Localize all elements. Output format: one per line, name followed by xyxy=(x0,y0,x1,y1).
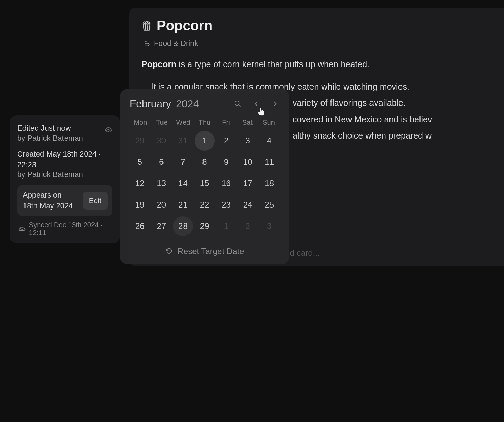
day-cell[interactable]: 5 xyxy=(130,152,150,172)
title-row: Popcorn xyxy=(141,18,492,33)
reset-label: Reset Target Date xyxy=(178,247,244,256)
day-cell[interactable]: 14 xyxy=(173,173,193,193)
appears-label: Appears on xyxy=(23,190,73,201)
picker-year[interactable]: 2024 xyxy=(176,98,233,110)
day-cell[interactable]: 18 xyxy=(259,173,279,193)
synced-row: Synced Dec 13th 2024 · 12:11 xyxy=(17,221,112,237)
reset-icon xyxy=(165,248,173,255)
category-row[interactable]: Food & Drink xyxy=(141,39,492,48)
reset-target-date-button[interactable]: Reset Target Date xyxy=(130,242,279,258)
day-cell[interactable]: 19 xyxy=(130,195,150,215)
day-cell[interactable]: 26 xyxy=(130,216,150,236)
day-cell[interactable]: 28 xyxy=(173,216,193,236)
svg-point-1 xyxy=(146,21,148,23)
day-cell[interactable]: 15 xyxy=(195,173,215,193)
svg-point-2 xyxy=(148,22,150,23)
cloud-check-icon xyxy=(19,225,26,233)
day-cell[interactable]: 17 xyxy=(238,173,258,193)
day-cell[interactable]: 2 xyxy=(238,216,258,236)
day-cell[interactable]: 10 xyxy=(238,152,258,172)
dow-label: Thu xyxy=(194,117,215,129)
metadata-card: Edited Just now by Patrick Bateman Creat… xyxy=(10,115,120,243)
dow-label: Sat xyxy=(237,117,258,129)
day-cell[interactable]: 27 xyxy=(151,216,172,236)
day-cell[interactable]: 3 xyxy=(238,131,258,151)
day-cell[interactable]: 16 xyxy=(216,173,236,193)
svg-point-3 xyxy=(235,101,239,106)
dow-label: Mon xyxy=(130,117,151,129)
page-title: Popcorn xyxy=(157,18,213,33)
edited-row: Edited Just now by Patrick Bateman xyxy=(17,123,112,143)
day-cell[interactable]: 1 xyxy=(195,131,215,151)
day-cell[interactable]: 21 xyxy=(173,195,193,215)
prev-month-button[interactable] xyxy=(252,99,261,108)
chevron-right-icon xyxy=(271,100,278,107)
day-cell[interactable]: 7 xyxy=(173,152,193,172)
created-line: Created May 18th 2024 · 22:23 xyxy=(17,149,112,170)
day-cell[interactable]: 29 xyxy=(130,131,150,151)
day-cell[interactable]: 11 xyxy=(259,152,279,172)
next-month-button[interactable] xyxy=(270,99,279,108)
description: Popcorn is a type of corn kernel that pu… xyxy=(141,58,492,71)
created-row: Created May 18th 2024 · 22:23 by Patrick… xyxy=(17,149,112,179)
days-grid: 2930311234567891011121314151617181920212… xyxy=(130,131,279,236)
search-button[interactable] xyxy=(233,99,242,108)
edit-button[interactable]: Edit xyxy=(83,192,108,210)
day-cell[interactable]: 3 xyxy=(259,216,279,236)
day-cell[interactable]: 29 xyxy=(195,216,215,236)
day-cell[interactable]: 6 xyxy=(151,152,172,172)
dow-label: Tue xyxy=(151,117,172,129)
svg-point-0 xyxy=(144,22,145,23)
description-rest: is a type of corn kernel that puffs up w… xyxy=(176,59,369,69)
day-cell[interactable]: 20 xyxy=(151,195,172,215)
search-icon xyxy=(234,100,241,108)
edited-line: Edited Just now xyxy=(17,123,112,134)
edited-by: by Patrick Bateman xyxy=(17,134,112,143)
category-label: Food & Drink xyxy=(154,39,198,48)
date-picker: February 2024 Mon Tue Wed Thu Fri Sat Su… xyxy=(120,89,289,264)
day-cell[interactable]: 8 xyxy=(195,152,215,172)
day-cell[interactable]: 31 xyxy=(173,131,193,151)
appears-date: 18th May 2024 xyxy=(23,201,73,211)
add-card-hint[interactable]: d card... xyxy=(290,248,320,258)
popcorn-icon xyxy=(141,21,152,31)
chevron-left-icon xyxy=(253,100,260,107)
day-cell[interactable]: 24 xyxy=(238,195,258,215)
dow-label: Sun xyxy=(258,117,279,129)
dow-label: Fri xyxy=(215,117,237,129)
picker-month[interactable]: February xyxy=(130,98,171,110)
description-bold: Popcorn xyxy=(141,59,176,69)
day-cell[interactable]: 12 xyxy=(130,173,150,193)
synced-text: Synced Dec 13th 2024 · 12:11 xyxy=(29,221,112,237)
day-cell[interactable]: 1 xyxy=(216,216,236,236)
day-cell[interactable]: 13 xyxy=(151,173,172,193)
day-cell[interactable]: 2 xyxy=(216,131,236,151)
dow-label: Wed xyxy=(172,117,194,129)
fingerprint-icon[interactable] xyxy=(103,125,113,135)
day-of-week-row: Mon Tue Wed Thu Fri Sat Sun xyxy=(130,117,279,129)
picker-actions xyxy=(233,99,279,108)
day-cell[interactable]: 22 xyxy=(195,195,215,215)
day-cell[interactable]: 4 xyxy=(259,131,279,151)
appears-on-card: Appears on 18th May 2024 Edit xyxy=(17,185,112,216)
day-cell[interactable]: 30 xyxy=(151,131,172,151)
day-cell[interactable]: 9 xyxy=(216,152,236,172)
food-drink-icon xyxy=(144,40,150,47)
picker-header: February 2024 xyxy=(130,98,279,110)
day-cell[interactable]: 25 xyxy=(259,195,279,215)
appears-text: Appears on 18th May 2024 xyxy=(23,190,73,211)
created-by: by Patrick Bateman xyxy=(17,170,112,179)
day-cell[interactable]: 23 xyxy=(216,195,236,215)
